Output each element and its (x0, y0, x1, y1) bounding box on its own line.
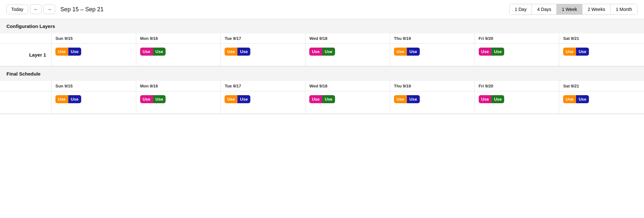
calendar-cell: UseUse (305, 44, 390, 66)
config-day-fri: Fri 9/20 (475, 33, 560, 44)
view-1day[interactable]: 1 Day (510, 4, 532, 14)
use-badge: Use (140, 95, 153, 103)
config-day-sun: Sun 9/15 (52, 33, 136, 44)
today-button[interactable]: Today (6, 5, 28, 14)
use-pair[interactable]: UseUse (479, 48, 505, 56)
use-badge: Use (407, 95, 420, 103)
use-badge: Use (491, 95, 504, 103)
final-day-fri: Fri 9/20 (475, 81, 560, 91)
use-badge: Use (140, 48, 153, 56)
view-1week[interactable]: 1 Week (557, 4, 582, 14)
calendar-cell: UseUse (559, 91, 644, 114)
use-pair[interactable]: UseUse (309, 48, 335, 56)
use-badge: Use (225, 95, 237, 103)
use-badge: Use (55, 95, 68, 103)
calendar-cell: UseUse (52, 91, 136, 114)
final-empty-header (0, 81, 52, 91)
final-day-mon: Mon 9/16 (136, 81, 221, 91)
use-badge: Use (479, 95, 492, 103)
use-pair[interactable]: UseUse (140, 48, 166, 56)
toolbar-left: Today ← → Sep 15 – Sep 21 (6, 5, 103, 14)
final-day-sat: Sat 9/21 (559, 81, 644, 91)
use-badge: Use (153, 95, 166, 103)
use-badge: Use (576, 95, 589, 103)
final-day-tue: Tue 9/17 (221, 81, 305, 91)
final-day-wed: Wed 9/18 (305, 81, 390, 91)
view-buttons: 1 Day 4 Days 1 Week 2 Weeks 1 Month (509, 4, 638, 15)
calendar-cell: UseUse (475, 44, 560, 66)
calendar-cell: UseUse (221, 91, 305, 114)
use-pair[interactable]: UseUse (55, 95, 81, 103)
calendar-cell: UseUse (390, 91, 475, 114)
final-row-label (0, 91, 52, 114)
use-badge: Use (491, 48, 504, 56)
use-pair[interactable]: UseUse (140, 95, 166, 103)
use-badge: Use (563, 48, 576, 56)
use-badge: Use (68, 95, 81, 103)
view-4days[interactable]: 4 Days (532, 4, 557, 14)
prev-button[interactable]: ← (30, 5, 42, 14)
config-layers-grid: Sun 9/15 Mon 9/16 Tue 9/17 Wed 9/18 Thu … (0, 33, 644, 67)
use-badge: Use (68, 48, 81, 56)
use-badge: Use (153, 48, 166, 56)
use-pair[interactable]: UseUse (394, 48, 420, 56)
use-pair[interactable]: UseUse (309, 95, 335, 103)
use-pair[interactable]: UseUse (394, 95, 420, 103)
view-1month[interactable]: 1 Month (610, 4, 637, 14)
calendar-cell: UseUse (52, 44, 136, 66)
use-pair[interactable]: UseUse (479, 95, 505, 103)
use-badge: Use (394, 95, 407, 103)
use-badge: Use (394, 48, 407, 56)
use-badge: Use (322, 48, 335, 56)
use-badge: Use (309, 95, 322, 103)
config-day-wed: Wed 9/18 (305, 33, 390, 44)
calendar-cell: UseUse (221, 44, 305, 66)
use-badge: Use (563, 95, 576, 103)
calendar-cell: UseUse (559, 44, 644, 66)
view-2weeks[interactable]: 2 Weeks (582, 4, 610, 14)
final-day-thu: Thu 9/19 (390, 81, 475, 91)
use-badge: Use (55, 48, 68, 56)
use-pair[interactable]: UseUse (55, 48, 81, 56)
use-pair[interactable]: UseUse (563, 95, 589, 103)
final-schedule-section-header: Final Schedule (0, 67, 644, 81)
use-badge: Use (407, 48, 420, 56)
use-badge: Use (237, 95, 250, 103)
layer1-label: Layer 1 (0, 44, 52, 66)
final-schedule-grid: Sun 9/15 Mon 9/16 Tue 9/17 Wed 9/18 Thu … (0, 81, 644, 114)
config-day-mon: Mon 9/16 (136, 33, 221, 44)
use-badge: Use (576, 48, 589, 56)
config-day-tue: Tue 9/17 (221, 33, 305, 44)
toolbar: Today ← → Sep 15 – Sep 21 1 Day 4 Days 1… (0, 0, 644, 19)
config-empty-header (0, 33, 52, 44)
calendar-cell: UseUse (136, 91, 221, 114)
use-badge: Use (225, 48, 237, 56)
calendar-cell: UseUse (305, 91, 390, 114)
calendar-cell: UseUse (136, 44, 221, 66)
use-badge: Use (322, 95, 335, 103)
use-badge: Use (479, 48, 492, 56)
use-badge: Use (309, 48, 322, 56)
use-pair[interactable]: UseUse (225, 95, 250, 103)
calendar-cell: UseUse (390, 44, 475, 66)
use-pair[interactable]: UseUse (225, 48, 250, 56)
use-badge: Use (237, 48, 250, 56)
config-day-sat: Sat 9/21 (559, 33, 644, 44)
config-layers-section-header: Configuration Layers (0, 19, 644, 33)
calendar-cell: UseUse (475, 91, 560, 114)
next-button[interactable]: → (43, 5, 55, 14)
config-day-thu: Thu 9/19 (390, 33, 475, 44)
use-pair[interactable]: UseUse (563, 48, 589, 56)
final-day-sun: Sun 9/15 (52, 81, 136, 91)
date-range: Sep 15 – Sep 21 (60, 6, 103, 13)
